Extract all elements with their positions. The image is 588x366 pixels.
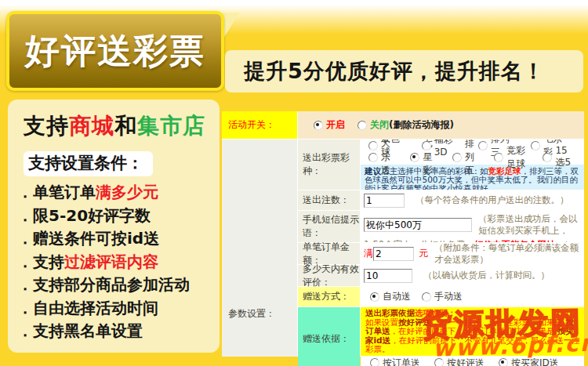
- params-label: 参数设置：: [228, 307, 275, 321]
- list-item: ．支持过滤评语内容: [17, 251, 220, 274]
- item-text-highlight: 满多少元: [96, 183, 158, 201]
- sms-label: 手机短信提示语：: [298, 211, 360, 242]
- sms-note2-warning: 短信中不能包含网址。: [474, 239, 564, 242]
- lottery-species-label: 送出彩票彩种：: [298, 140, 360, 190]
- sms-input-line: （彩票送出成功后，会以短信发到买家手机上，: [361, 211, 584, 237]
- title-part-mall: 商城: [69, 113, 114, 139]
- amount-suffix: 元: [419, 247, 428, 260]
- row-sms-message: 手机短信提示语： （彩票送出成功后，会以短信发到买家手机上， 1-50个字内，此…: [298, 211, 584, 242]
- radio-basis-review[interactable]: 按好评送: [434, 357, 485, 366]
- days-label: 多少天内有效评价：: [298, 265, 360, 286]
- explain-text: ，在好评的前提下，几笔订单送几注，如果是: [390, 326, 557, 335]
- radio-icon: [358, 121, 367, 130]
- basis-content: 送出彩票依据选项说明： 如果设置按好评送，那一个好评，送一注彩票，如果是 按订单…: [361, 307, 584, 366]
- radio-selected-icon: [410, 153, 419, 162]
- activity-switch-options: 开启 关闭 (删除活动海报): [298, 111, 584, 139]
- option-note: (删除活动海报): [389, 118, 454, 132]
- radio-icon: [543, 153, 552, 162]
- list-item: ．支持部分商品参加活动: [17, 274, 220, 297]
- method-content: 自动送 手动送: [361, 287, 584, 306]
- option-label: 关闭: [370, 118, 389, 132]
- stakes-input[interactable]: [364, 194, 405, 208]
- amount-note: （附加条件：每笔订单必须满该金额才会送彩票）: [434, 243, 584, 264]
- radio-basis-buyer-id[interactable]: 按买家ID送: [499, 357, 559, 366]
- explain-title-bold: 送出彩票依据: [365, 308, 415, 317]
- explain-title: 选项说明：: [415, 308, 456, 317]
- option-label: 按好评送: [447, 357, 485, 366]
- days-content: （以确认收货后，计算时间。）: [361, 265, 584, 286]
- list-item: ．支持黑名单设置: [17, 320, 220, 343]
- radio-activity-off[interactable]: 关闭 (删除活动海报): [358, 118, 454, 132]
- headline-text: 提升5分优质好评，提升排名！: [244, 57, 545, 85]
- basis-label: 赠送依据：: [298, 307, 360, 366]
- headline-box: 提升5分优质好评，提升排名！: [225, 50, 583, 92]
- row-stakes: 送出注数： （每个符合条件的用户送出的注数。）: [298, 190, 584, 210]
- basis-options: 按订单送 按好评送 按买家ID送: [361, 356, 584, 366]
- radio-activity-on[interactable]: 开启: [314, 118, 345, 132]
- row-lottery-species: 送出彩票彩种： 双色球 福彩3D 排列三 七乐彩 大乐透 七星彩 排列五 竞彩足…: [298, 140, 584, 190]
- promo-banner: 好评送彩票: [6, 11, 224, 91]
- settings-form: 活动开关： 开启 关闭 (删除活动海报) 参数设置： 送出彩票彩种： 双: [222, 111, 584, 357]
- params-rows: 送出彩票彩种： 双色球 福彩3D 排列三 七乐彩 大乐透 七星彩 排列五 竞彩足…: [298, 140, 584, 357]
- sms-input[interactable]: [364, 218, 472, 232]
- title-part-market: 集市店: [137, 113, 205, 139]
- row-give-basis: 赠送依据： 送出彩票依据选项说明： 如果设置按好评送，那一个好评，送一注彩票，如…: [298, 307, 584, 366]
- radio-icon: [422, 292, 431, 302]
- radio-icon: [494, 153, 503, 162]
- radio-method-auto[interactable]: 自动送: [370, 290, 411, 303]
- item-text-highlight: 过滤评语内容: [64, 252, 158, 271]
- radio-icon: [452, 153, 462, 162]
- radio-selected-icon: [499, 358, 508, 366]
- stakes-content: （每个符合条件的用户送出的注数。）: [361, 190, 584, 210]
- amount-content: 满 元 （附加条件：每笔订单必须满该金额才会送彩票）: [361, 243, 584, 264]
- sms-note1: （彩票送出成功后，会以短信发到买家手机上，: [478, 213, 584, 237]
- species-advice-note: 建议店主选择中奖率高的彩种：如竞彩足球，排列三等，双色球虽然可以中500万大奖，…: [361, 165, 584, 190]
- params-section: 参数设置： 送出彩票彩种： 双色球 福彩3D 排列三 七乐彩 大乐透 七星彩 排: [222, 140, 584, 357]
- params-column: 参数设置：: [222, 140, 297, 357]
- conditions-subtitle: 支持设置条件：: [24, 151, 153, 176]
- amount-label: 单笔订单金额：: [298, 243, 360, 264]
- feature-panel: 支持商城和集市店 支持设置条件： ．单笔订单满多少元 ．限5-20好评字数 ．赠…: [8, 100, 220, 353]
- days-input[interactable]: [364, 269, 412, 283]
- radio-icon: [434, 358, 444, 366]
- amount-prefix: 满: [364, 247, 373, 260]
- stakes-label: 送出注数：: [298, 190, 360, 210]
- row-activity-switch: 活动开关： 开启 关闭 (删除活动海报): [222, 111, 584, 139]
- species-options-line2: 大乐透 七星彩 排列五 竞彩足球 15选5: [361, 151, 584, 163]
- explain-text: ，那一个好评，送一注彩票，如果是: [431, 317, 565, 327]
- feature-panel-title: 支持商城和集市店: [24, 111, 220, 141]
- explain-highlight: 按好评送: [398, 317, 431, 327]
- basis-explanation: 送出彩票依据选项说明： 如果设置按好评送，那一个好评，送一注彩票，如果是 按订单…: [361, 307, 584, 356]
- option-label: 开启: [326, 118, 345, 132]
- radio-basis-order[interactable]: 按订单送: [370, 357, 420, 366]
- list-item: ．赠送条件可按id送: [17, 227, 220, 251]
- radio-icon: [531, 141, 540, 150]
- stakes-note: （每个符合条件的用户送出的注数。）: [416, 194, 569, 206]
- radio-icon: [422, 141, 431, 150]
- feature-list: ．单笔订单满多少元 ．限5-20好评字数 ．赠送条件可按id送 ．支持过滤评语内…: [17, 181, 220, 343]
- radio-icon: [368, 153, 378, 162]
- lottery-species-content: 双色球 福彩3D 排列三 七乐彩 大乐透 七星彩 排列五 竞彩足球 15选5 建…: [361, 140, 584, 190]
- row-give-method: 赠送方式： 自动送 手动送: [298, 287, 584, 306]
- list-item: ．限5-20好评字数: [17, 205, 220, 228]
- sms-note2-text: 1-50个字内，此短信免费。: [364, 239, 474, 242]
- radio-selected-icon: [314, 121, 323, 130]
- explain-text: 如果设置: [365, 317, 398, 327]
- option-label: 自动送: [383, 290, 411, 303]
- activity-switch-label: 活动开关：: [222, 111, 297, 139]
- list-item: ．自由选择活动时间: [17, 297, 220, 321]
- banner-title: 好评送彩票: [25, 28, 205, 74]
- title-part: 和: [114, 113, 137, 139]
- option-label: 按订单送: [383, 357, 420, 366]
- method-label: 赠送方式：: [298, 287, 360, 306]
- option-label: 按买家ID送: [511, 357, 559, 366]
- radio-selected-icon: [370, 292, 379, 302]
- row-valid-days: 多少天内有效评价： （以确认收货后，计算时间。）: [298, 265, 584, 286]
- row-order-amount: 单笔订单金额： 满 元 （附加条件：每笔订单必须满该金额才会送彩票）: [298, 243, 584, 264]
- option-label: 手动送: [434, 290, 463, 303]
- radio-icon: [370, 358, 379, 366]
- radio-method-manual[interactable]: 手动送: [422, 290, 463, 303]
- item-text: ．单笔订单: [17, 183, 96, 201]
- amount-input[interactable]: [373, 247, 414, 261]
- days-note: （以确认收货后，计算时间。）: [423, 270, 550, 281]
